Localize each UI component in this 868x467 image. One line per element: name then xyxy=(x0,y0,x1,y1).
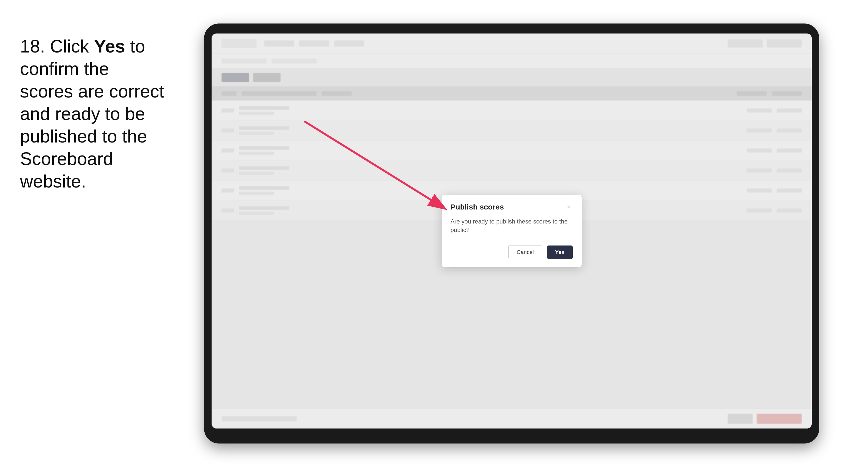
modal-overlay: Publish scores × Are you ready to publis… xyxy=(212,33,812,429)
yes-keyword: Yes xyxy=(94,36,125,56)
step-number: 18. xyxy=(20,36,45,56)
tablet-device: Publish scores × Are you ready to publis… xyxy=(204,24,819,443)
modal-body: Are you ready to publish these scores to… xyxy=(442,216,582,241)
yes-button[interactable]: Yes xyxy=(547,246,573,259)
modal-title: Publish scores xyxy=(451,203,504,211)
page-container: 18. Click Yes to confirm the scores are … xyxy=(0,0,868,467)
publish-scores-modal: Publish scores × Are you ready to publis… xyxy=(442,195,582,267)
modal-close-button[interactable]: × xyxy=(565,203,573,211)
modal-message: Are you ready to publish these scores to… xyxy=(451,217,573,234)
instruction-text: 18. Click Yes to confirm the scores are … xyxy=(20,15,175,192)
cancel-button[interactable]: Cancel xyxy=(508,245,542,259)
modal-header: Publish scores × xyxy=(442,195,582,216)
modal-footer: Cancel Yes xyxy=(442,241,582,267)
tablet-screen: Publish scores × Are you ready to publis… xyxy=(212,33,812,429)
tablet-wrapper: Publish scores × Are you ready to publis… xyxy=(175,15,848,452)
